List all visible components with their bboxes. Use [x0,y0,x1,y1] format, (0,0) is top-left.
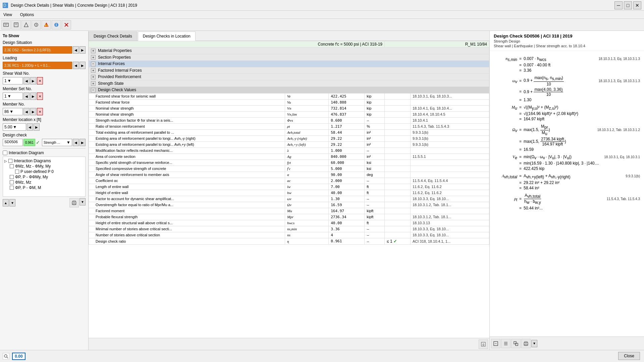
formula-val-omegav-1: 0.9 + max(ns, ns,min)10 [524,75,564,86]
row-value-0: 422.425 [329,93,365,99]
section-section-props: + Section Properties [89,54,489,61]
loading-dropdown[interactable]: 2.3E RC1 - 1.20D/p + L + 0.1... [3,62,72,69]
design-situation-next[interactable]: ▶ [79,46,86,54]
right-panel-print-dropdown[interactable]: ▼ [531,340,537,347]
divider-1 [3,148,86,148]
member-set-prev[interactable]: ◀ [23,93,30,100]
shear-wall-reset[interactable]: ✕ [37,77,43,84]
loading-prev[interactable]: ◀ [73,62,79,69]
minimize-btn[interactable]: ─ [614,1,623,9]
toolbar-btn-1[interactable] [1,20,11,29]
formula-avh: Avh,total = Avh,+y(left) + Avh,-y(right)… [494,174,640,190]
formula-val-ve-2: min(16.59 · 1.30 · |140.808 kip|, 3 · |1… [524,161,599,166]
design-check-prev[interactable]: ◀ [73,139,79,146]
expand-strength-state[interactable]: + [91,81,96,86]
table-row: Nominal shear strength Vn 732.814 kip 18… [89,105,489,111]
design-situation-dropdown[interactable]: 2.3E DS2 - Section 2.3 (LRFD)... [3,46,72,54]
factored-internal-label: Factored Internal Forces [98,68,142,73]
member-set-next[interactable]: ▶ [30,93,36,100]
formula-ve: Ve = min(Ωv · ωv · |Vu|, 3 · |Vu|) 18.10… [494,155,640,171]
tree-checkbox-pp-my[interactable] [10,175,14,179]
design-situation-prev[interactable]: ◀ [73,46,79,54]
toolbar-btn-3[interactable] [21,20,31,29]
location-prev[interactable]: ◀ [27,123,33,131]
expand-design-check-values[interactable]: − [91,88,96,93]
member-prev[interactable]: ◀ [23,108,30,115]
design-check-type-dropdown[interactable]: Strength ... ▼ [42,139,72,146]
formula-omega-v: ωv = 0.9 + max(ns, ns,min)10 18.10.3.1.3… [494,75,640,102]
shear-wall-prev[interactable]: ◀ [23,77,30,84]
shear-wall-no-label: Shear Wall No. [3,71,86,76]
print-btn[interactable] [69,198,79,207]
toolbar-btn-4[interactable] [32,20,41,29]
checks-table: Concrete f'c = 5000 psi | ACI 318-19 R_M… [89,41,489,245]
interaction-diagram-tree: ▷ Interaction Diagrams ΦMz, Mz - ΦMy, My… [3,157,86,197]
member-set-reset[interactable]: ✕ [37,93,43,100]
expand-material-props[interactable]: + [91,49,96,53]
print-dropdown[interactable]: ▼ [79,198,86,205]
tab-design-checks-in-location[interactable]: Design Checks in Location [138,32,196,41]
member-set-no-label: Member Set No. [3,86,86,91]
menu-options[interactable]: Options [18,12,36,18]
location-next[interactable]: ▶ [34,123,40,131]
menu-view[interactable]: View [1,12,14,18]
design-check-next[interactable]: ▶ [79,139,86,146]
formula-label-ve: Ve [494,155,517,160]
table-row: Area of concrete section Ag 840.000 in² … [89,154,489,160]
member-set-no-input[interactable]: 1 ▼ [3,93,23,100]
tree-item-mz: ΦMz, Mz [4,180,84,185]
material-props-label: Material Properties [98,48,132,53]
right-panel-btn-3[interactable] [511,339,521,348]
shear-wall-no-input[interactable]: 1 ▼ [3,77,23,84]
center-export-btn[interactable] [479,340,488,349]
toolbar-btn-pin[interactable] [62,20,71,29]
tree-checkbox-mz-my[interactable] [10,164,14,168]
formula-label-avh: Avh,total [494,174,517,179]
tree-checkbox-pp-m[interactable] [10,186,14,190]
member-location-input[interactable]: 5.00 ▼ [3,123,26,131]
table-container: Concrete f'c = 5000 psi | ACI 318-19 R_M… [89,41,489,338]
right-panel: Design Check SD0506 | ACI 318 | 2019 Str… [490,31,644,350]
formula-val-rho-t-1: Avh,totalhw · bw,y [524,193,541,205]
close-btn[interactable]: ✕ [633,1,641,9]
table-row: Specific yield strength of transverse re… [89,160,489,166]
design-check-id[interactable]: SD0506 [3,139,23,146]
tree-item-pp-my: ΦP, P - ΦΦMy, My [4,174,84,180]
member-reset[interactable]: ✕ [37,108,43,115]
expand-provided-reinf[interactable]: + [91,75,96,79]
member-next[interactable]: ▶ [30,108,36,115]
scroll-down-btn[interactable]: ▼ [9,199,15,206]
expand-section-props[interactable]: + [91,55,96,60]
loading-next[interactable]: ▶ [79,62,86,69]
toolbar-btn-warning[interactable]: ! [42,20,51,29]
strength-state-label: Strength State [98,81,124,86]
tree-checkbox-mz[interactable] [10,180,14,184]
scroll-up-btn[interactable]: ▲ [3,199,9,206]
interaction-diagram-checkbox[interactable] [3,150,7,155]
tree-checkbox-p-user[interactable] [15,170,19,174]
main-content: To Show Design Situation 2.3E DS2 - Sect… [0,31,644,350]
tree-label-p-user: P user-defined P 0 [20,169,54,174]
right-panel-print-btn[interactable] [521,339,531,348]
table-row: Factored moment Mu 164.97 kipft [89,208,489,214]
check-pass-icon: ✓ [36,140,41,145]
provided-reinf-label: Provided Reinforcement [98,74,141,79]
formula-ref-cap-omega: 18.10.3.1.2, Tab. 18.10.3.1.2 [597,128,640,132]
expand-factored-internal[interactable]: + [91,68,96,73]
tab-design-check-details[interactable]: Design Check Details [89,32,137,41]
right-panel-btn-2[interactable] [501,339,511,348]
member-no-input[interactable]: 86 ▼ [3,108,23,115]
member-no-label: Member No. [3,102,86,107]
toolbar-btn-2[interactable] [11,20,21,29]
toolbar-btn-info[interactable]: i [52,20,61,29]
tree-checkbox-diagrams[interactable] [8,159,12,163]
print-controls: ▼ [69,198,86,207]
restore-btn[interactable]: □ [624,1,632,9]
tabs-bar: Design Check Details Design Checks in Lo… [89,31,489,41]
expand-internal-forces[interactable]: − [91,62,96,66]
tree-label-mz: ΦMz, Mz [15,180,31,185]
close-button[interactable]: Close [618,352,640,360]
right-panel-btn-1[interactable] [491,339,500,348]
svg-text:!: ! [46,22,47,27]
shear-wall-next[interactable]: ▶ [30,77,36,84]
